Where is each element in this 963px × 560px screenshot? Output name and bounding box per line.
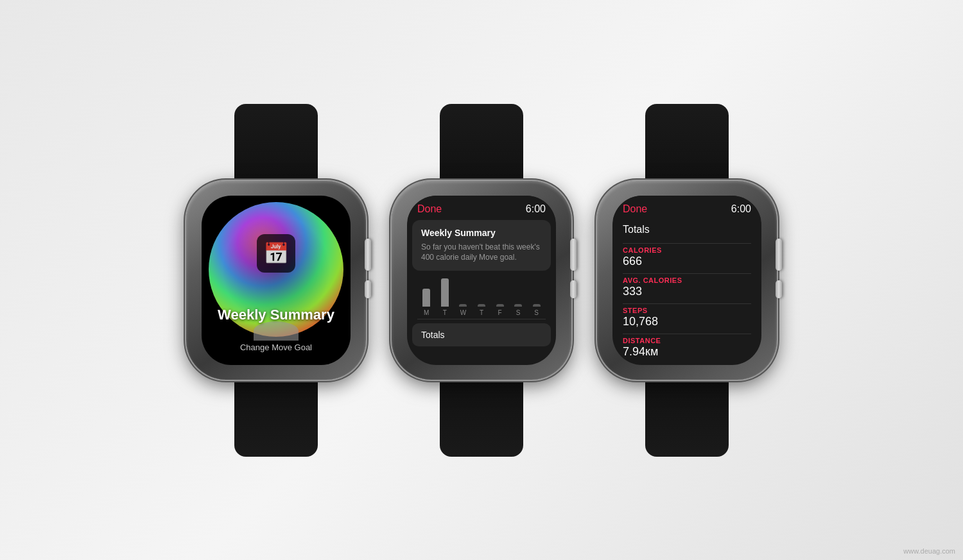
watch-3-band-bottom bbox=[645, 380, 729, 457]
bar-w bbox=[459, 304, 467, 307]
chart-day-s1: S bbox=[514, 304, 522, 316]
watch-3-screen: Done 6:00 Totals CALORIES 666 AVG. CALOR… bbox=[612, 196, 761, 365]
watch-2-band-bottom bbox=[440, 380, 523, 457]
watermark: www.deuag.com bbox=[903, 547, 955, 555]
stat-distance-value: 7.94км bbox=[623, 345, 751, 359]
watch-2-summary-card: Weekly Summary So far you haven't beat t… bbox=[412, 220, 551, 271]
watch-1-band-bottom bbox=[234, 380, 318, 457]
bar-t2 bbox=[478, 304, 485, 307]
divider-2 bbox=[623, 303, 751, 304]
label-t2: T bbox=[480, 309, 483, 316]
watch-1-bump bbox=[254, 321, 299, 341]
stat-avg-calories-label: AVG. CALORIES bbox=[623, 276, 751, 284]
stat-steps: STEPS 10,768 bbox=[623, 307, 751, 328]
stat-calories: CALORIES 666 bbox=[623, 246, 751, 268]
watch-2-band-top bbox=[440, 104, 523, 181]
watch-1-subtitle: Change Move Goal bbox=[202, 343, 351, 352]
watch-2-crown bbox=[570, 239, 577, 271]
divider-0 bbox=[623, 243, 751, 244]
bar-s1 bbox=[514, 304, 522, 307]
calendar-icon: 📅 bbox=[263, 241, 289, 266]
stat-calories-value: 666 bbox=[623, 255, 751, 268]
watch-2: Done 6:00 Weekly Summary So far you have… bbox=[392, 104, 571, 457]
bar-s2 bbox=[533, 304, 541, 307]
label-w: W bbox=[460, 309, 466, 316]
watch-2-done[interactable]: Done bbox=[417, 203, 442, 215]
chart-day-w: W bbox=[459, 304, 467, 316]
chart-day-s2: S bbox=[533, 304, 541, 316]
chart-day-m: M bbox=[422, 289, 430, 316]
watch-3-time: 6:00 bbox=[731, 203, 751, 215]
label-m: M bbox=[424, 309, 429, 316]
watch-1-screen: 📅 Weekly Summary Change Move Goal bbox=[202, 196, 351, 365]
watch-3: Done 6:00 Totals CALORIES 666 AVG. CALOR… bbox=[597, 104, 777, 457]
watch-2-status-bar: Done 6:00 bbox=[407, 196, 556, 220]
watch-2-card-text: So far you haven't beat this week's 400 … bbox=[421, 242, 542, 264]
watch-3-crown-2 bbox=[776, 280, 782, 298]
watch-3-band-top bbox=[645, 104, 729, 181]
watch-1-crown-2 bbox=[365, 280, 371, 298]
stat-steps-value: 10,768 bbox=[623, 315, 751, 328]
watch-1-title: Weekly Summary bbox=[202, 307, 351, 323]
stat-distance-label: DISTANCE bbox=[623, 337, 751, 344]
label-t1: T bbox=[443, 309, 447, 316]
watch-3-status-bar: Done 6:00 bbox=[612, 196, 761, 220]
stat-distance: DISTANCE 7.94км bbox=[623, 337, 751, 359]
watch-3-done[interactable]: Done bbox=[623, 203, 647, 215]
watch-3-stats: CALORIES 666 AVG. CALORIES 333 STEPS 10,… bbox=[612, 238, 761, 365]
stat-steps-label: STEPS bbox=[623, 307, 751, 314]
watch-2-time: 6:00 bbox=[526, 203, 546, 215]
label-s2: S bbox=[534, 309, 539, 316]
watch-2-card-title: Weekly Summary bbox=[421, 228, 542, 238]
bar-t1 bbox=[441, 278, 449, 307]
watch-2-crown-2 bbox=[570, 280, 577, 298]
divider-1 bbox=[623, 273, 751, 274]
bar-m bbox=[422, 289, 430, 307]
stat-avg-calories: AVG. CALORIES 333 bbox=[623, 276, 751, 298]
bar-f bbox=[496, 304, 504, 307]
watch-3-body: Done 6:00 Totals CALORIES 666 AVG. CALOR… bbox=[597, 181, 777, 380]
divider-3 bbox=[623, 334, 751, 334]
watch-2-chart-area: M T W T F bbox=[412, 276, 551, 319]
stat-calories-label: CALORIES bbox=[623, 246, 751, 254]
chart-day-t2: T bbox=[478, 304, 485, 316]
watch-2-chart: M T W T F bbox=[417, 281, 546, 319]
watch-1-crown bbox=[365, 239, 371, 271]
watch-1-band-top bbox=[234, 104, 318, 181]
watch-2-totals-btn[interactable]: Totals bbox=[412, 323, 551, 346]
watch-2-body: Done 6:00 Weekly Summary So far you have… bbox=[392, 181, 571, 380]
watch-2-screen: Done 6:00 Weekly Summary So far you have… bbox=[407, 196, 556, 365]
watch-1: 📅 Weekly Summary Change Move Goal bbox=[186, 104, 366, 457]
chart-day-t1: T bbox=[441, 278, 449, 316]
stat-avg-calories-value: 333 bbox=[623, 285, 751, 298]
label-f: F bbox=[498, 309, 501, 316]
watch-1-body: 📅 Weekly Summary Change Move Goal bbox=[186, 181, 366, 380]
watch-3-totals-header: Totals bbox=[612, 220, 761, 238]
label-s1: S bbox=[516, 309, 521, 316]
chart-day-f: F bbox=[496, 304, 504, 316]
calendar-icon-wrap: 📅 bbox=[257, 234, 295, 273]
watch-3-crown bbox=[776, 239, 782, 271]
